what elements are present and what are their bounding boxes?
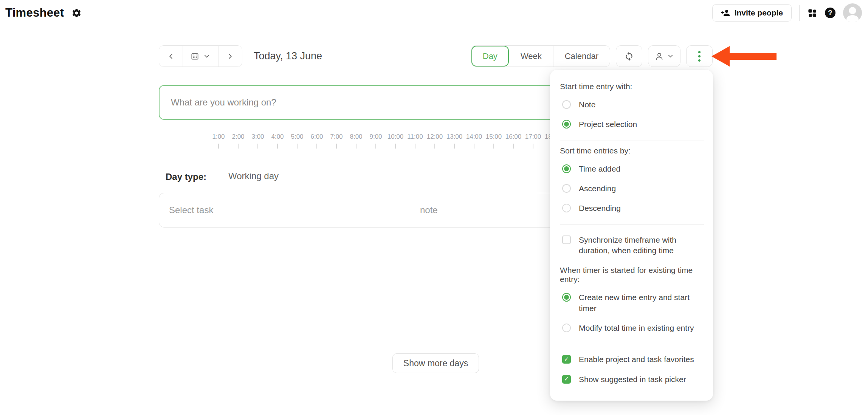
option-modify-total-time[interactable]: Modify total time in existing entry bbox=[560, 318, 704, 338]
hour-tick bbox=[415, 144, 415, 149]
person-add-icon bbox=[721, 8, 730, 17]
refresh-button[interactable] bbox=[616, 45, 642, 67]
option-ascending[interactable]: Ascending bbox=[560, 179, 704, 198]
hour-tick bbox=[434, 144, 435, 149]
hour-label: 5:00 bbox=[291, 133, 303, 141]
hour-label: 15:00 bbox=[486, 133, 502, 141]
timeline-hour: 3:00 bbox=[248, 133, 268, 149]
three-dots-icon bbox=[698, 51, 701, 62]
radio-icon bbox=[562, 164, 571, 173]
tab-calendar[interactable]: Calendar bbox=[553, 46, 610, 67]
chevron-down-icon bbox=[203, 53, 211, 60]
sort-section-label: Sort time entries by: bbox=[560, 146, 704, 155]
option-show-suggested-label: Show suggested in task picker bbox=[579, 374, 686, 385]
next-day-button[interactable] bbox=[218, 46, 242, 67]
chevron-left-icon bbox=[167, 52, 175, 60]
gear-icon bbox=[71, 8, 82, 18]
page-title: Timesheet bbox=[5, 6, 64, 20]
option-create-new-entry[interactable]: Create new time entry and start timer bbox=[560, 288, 704, 318]
hour-tick bbox=[375, 144, 376, 149]
hour-tick bbox=[395, 144, 396, 149]
option-enable-favorites[interactable]: Enable project and task favorites bbox=[560, 350, 704, 369]
view-tab-group: Day Week Calendar bbox=[471, 45, 610, 67]
hour-tick bbox=[238, 144, 239, 149]
help-button[interactable]: ? bbox=[825, 8, 835, 18]
hour-tick bbox=[218, 144, 219, 149]
day-type-select[interactable]: Working day bbox=[221, 171, 286, 187]
option-show-suggested[interactable]: Show suggested in task picker bbox=[560, 370, 704, 389]
timer-section-label: When timer is started for existing time … bbox=[560, 266, 704, 284]
current-date-title: Today, 13 June bbox=[254, 50, 322, 62]
start-with-section-label: Start time entry with: bbox=[560, 82, 704, 91]
note-input[interactable] bbox=[420, 193, 533, 227]
option-enable-favorites-label: Enable project and task favorites bbox=[579, 354, 694, 365]
option-descending[interactable]: Descending bbox=[560, 198, 704, 218]
date-picker-button[interactable] bbox=[183, 46, 218, 67]
tab-day[interactable]: Day bbox=[471, 46, 509, 67]
person-icon bbox=[655, 52, 664, 61]
option-note[interactable]: Note bbox=[560, 95, 704, 115]
apps-button[interactable] bbox=[807, 8, 817, 18]
avatar-silhouette-icon bbox=[843, 3, 862, 22]
timeline-hour: 15:00 bbox=[484, 133, 504, 149]
hour-tick bbox=[277, 144, 278, 149]
timeline-hour: 6:00 bbox=[307, 133, 327, 149]
option-note-label: Note bbox=[579, 99, 595, 110]
user-filter-button[interactable] bbox=[648, 45, 680, 67]
hour-tick bbox=[513, 144, 514, 149]
day-type-row: Day type: Working day bbox=[166, 171, 286, 187]
option-time-added-label: Time added bbox=[579, 164, 620, 174]
timeline-hour: 16:00 bbox=[504, 133, 523, 149]
option-descending-label: Descending bbox=[579, 203, 621, 214]
hour-tick bbox=[257, 144, 258, 149]
invite-people-button[interactable]: Invite people bbox=[712, 4, 792, 22]
radio-icon bbox=[562, 120, 571, 129]
chevron-down-icon bbox=[667, 53, 674, 60]
timeline-hour: 8:00 bbox=[346, 133, 366, 149]
select-task-field[interactable]: Select task bbox=[169, 205, 213, 215]
timeline-hour: 5:00 bbox=[287, 133, 307, 149]
timeline-hour: 7:00 bbox=[327, 133, 346, 149]
hour-label: 6:00 bbox=[310, 133, 323, 141]
timeline-hour: 12:00 bbox=[425, 133, 445, 149]
option-time-added[interactable]: Time added bbox=[560, 159, 704, 179]
hour-label: 16:00 bbox=[505, 133, 522, 141]
hour-tick bbox=[297, 144, 298, 149]
hour-label: 11:00 bbox=[407, 133, 423, 141]
hour-label: 10:00 bbox=[388, 133, 404, 141]
hour-label: 9:00 bbox=[369, 133, 382, 141]
timeline-hour: 14:00 bbox=[464, 133, 484, 149]
option-create-new-entry-label: Create new time entry and start timer bbox=[579, 292, 704, 314]
hour-label: 7:00 bbox=[330, 133, 343, 141]
option-synchronize-timeframe[interactable]: Synchronize timeframe with duration, whe… bbox=[560, 230, 704, 261]
option-synchronize-timeframe-label: Synchronize timeframe with duration, whe… bbox=[579, 235, 704, 256]
tab-week[interactable]: Week bbox=[509, 46, 553, 67]
show-more-days-button[interactable]: Show more days bbox=[392, 353, 479, 373]
menu-divider bbox=[560, 344, 704, 344]
previous-day-button[interactable] bbox=[159, 46, 183, 67]
timeline-hour: 2:00 bbox=[228, 133, 248, 149]
hour-tick bbox=[493, 144, 494, 149]
timeline-hour: 4:00 bbox=[268, 133, 287, 149]
settings-gear-button[interactable] bbox=[71, 8, 82, 18]
more-options-button[interactable] bbox=[686, 45, 713, 67]
option-ascending-label: Ascending bbox=[579, 183, 616, 194]
timeline-hour: 11:00 bbox=[405, 133, 425, 149]
settings-dropdown: Start time entry with: Note Project sele… bbox=[550, 70, 713, 401]
hour-label: 12:00 bbox=[427, 133, 443, 141]
radio-icon bbox=[562, 204, 571, 212]
app-header: Timesheet Invite people ? bbox=[0, 0, 868, 26]
option-project-selection[interactable]: Project selection bbox=[560, 115, 704, 134]
timeline-hour: 1:00 bbox=[209, 133, 228, 149]
menu-divider bbox=[560, 225, 704, 225]
checkbox-icon bbox=[562, 375, 571, 384]
hour-label: 3:00 bbox=[251, 133, 264, 141]
toolbar-row: Today, 13 June Day Week Calendar bbox=[159, 45, 713, 67]
header-divider bbox=[799, 5, 800, 21]
user-avatar[interactable] bbox=[843, 3, 862, 22]
header-actions: Invite people ? bbox=[712, 3, 862, 22]
option-project-selection-label: Project selection bbox=[579, 119, 637, 130]
chevron-right-icon bbox=[226, 52, 234, 60]
view-controls: Day Week Calendar bbox=[471, 45, 713, 67]
checkbox-icon bbox=[562, 235, 571, 244]
